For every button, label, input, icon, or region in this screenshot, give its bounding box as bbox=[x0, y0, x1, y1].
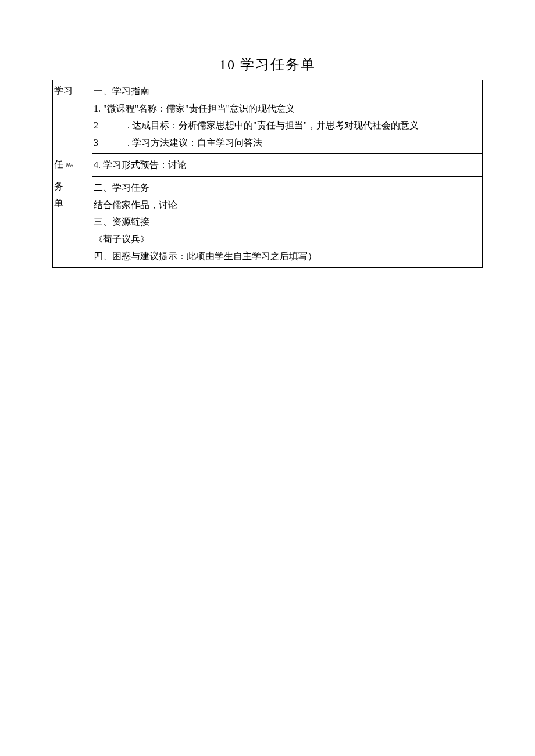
section3-item1: 《荀子议兵》 bbox=[94, 231, 481, 248]
section1-item3: 3. 学习方法建议：自主学习问答法 bbox=[94, 134, 481, 152]
label-wu: 务 bbox=[54, 178, 91, 195]
task-table: 学习 一、学习指南 1. "微课程"名称：儒家"责任担当"意识的现代意义 2. … bbox=[52, 80, 483, 268]
section1b-item4: 4. 学习形式预告：讨论 bbox=[94, 156, 481, 174]
sections-234-cell: 二、学习任务 结合儒家作品，讨论 三、资源链接 《荀子议兵》 四、困惑与建议提示… bbox=[92, 176, 483, 267]
section3-heading: 三、资源链接 bbox=[94, 213, 481, 231]
label-cell-1: 学习 bbox=[53, 80, 92, 154]
label-ren: 任 bbox=[54, 159, 63, 169]
label-study: 学习 bbox=[54, 85, 73, 95]
label-sub: N₀ bbox=[66, 162, 72, 169]
section4-heading: 四、困惑与建议提示：此项由学生自主学习之后填写） bbox=[94, 248, 481, 265]
section1b-cell: 4. 学习形式预告：讨论 bbox=[92, 154, 483, 177]
page-title: 10 学习任务单 bbox=[52, 55, 483, 74]
label-dan: 单 bbox=[54, 195, 91, 212]
section1-item2: 2. 达成目标：分析儒家思想中的"责任与担当"，并思考对现代社会的意义 bbox=[94, 117, 481, 134]
label-cell-3: 务 单 bbox=[53, 176, 92, 267]
section1-item1: 1. "微课程"名称：儒家"责任担当"意识的现代意义 bbox=[94, 100, 481, 117]
section1-cell: 一、学习指南 1. "微课程"名称：儒家"责任担当"意识的现代意义 2. 达成目… bbox=[92, 80, 483, 154]
label-cell-2: 任 N₀ bbox=[53, 154, 92, 177]
section2-heading: 二、学习任务 bbox=[94, 179, 481, 196]
section1-heading: 一、学习指南 bbox=[94, 83, 481, 100]
section2-item1: 结合儒家作品，讨论 bbox=[94, 196, 481, 214]
